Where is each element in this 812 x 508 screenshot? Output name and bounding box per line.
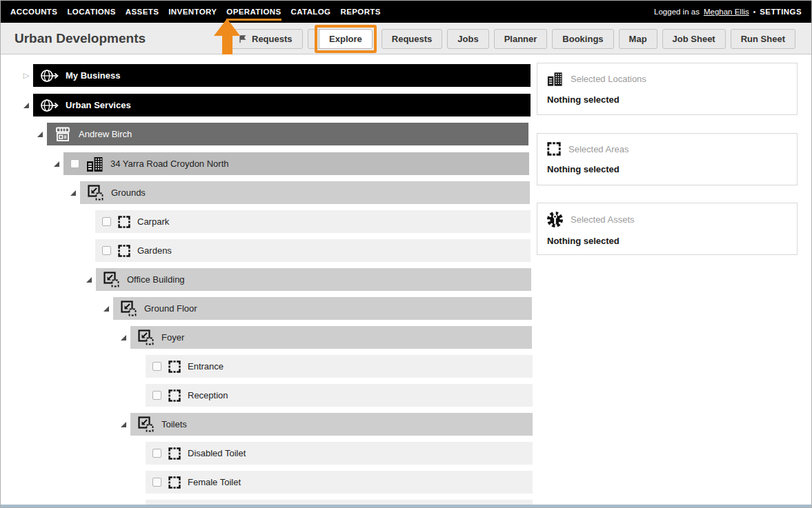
tree-row-location-yarra-road[interactable]: 34 Yarra Road Croydon North [52,152,529,175]
nav-item-reports[interactable]: REPORTS [340,3,380,21]
nav-item-assets[interactable]: ASSETS [126,3,159,21]
area-checkbox[interactable] [102,217,111,226]
tree-row-label: My Business [66,70,120,81]
selected-areas-card: Selected Areas Nothing selected [537,133,798,185]
tree-row-label: Urban Services [66,100,131,110]
tree-row-label: Gardens [137,245,172,256]
explore-highlight-box: Explore [315,25,377,53]
requests-button-label: Requests [252,34,293,44]
tree-row-label: 34 Yarra Road Croydon North [110,159,229,169]
tree-row-disabled-toilet[interactable]: Disabled Toilet [146,442,533,465]
tree-row-toilets[interactable]: Toilets [119,413,533,436]
tab-jobs[interactable]: Jobs [447,29,488,49]
nav-user-area: Logged in as Meghan Ellis • SETTINGS [654,8,802,16]
tree-row-label: Office Building [127,274,185,285]
area-icon [168,360,181,373]
expander-expanded-icon[interactable] [35,123,45,145]
location-checkbox[interactable] [70,159,79,168]
nav-item-catalog[interactable]: CATALOG [291,3,331,21]
area-icon [168,389,181,402]
tree-row-label: Carpark [137,216,169,227]
area-checkbox[interactable] [152,362,161,371]
tree-row-label: Grounds [111,187,146,198]
tree-row-office-building[interactable]: Office Building [84,268,531,291]
expander-expanded-icon[interactable] [84,268,94,291]
tree-row-foyer[interactable]: Foyer [119,326,532,349]
top-nav: ACCOUNTS LOCATIONS ASSETS INVENTORY OPER… [1,1,811,23]
tab-run-sheet[interactable]: Run Sheet [731,29,795,49]
area-group-icon [87,184,104,201]
tree-row-ground-floor[interactable]: Ground Floor [101,297,532,320]
expander-collapsed-icon[interactable]: ▷ [21,64,31,87]
separator-bullet: • [753,8,756,16]
tree-row-my-business[interactable]: ▷ My Business [21,64,531,87]
area-checkbox[interactable] [102,246,111,255]
page-title: Urban Developments [14,31,146,46]
tree-row-entrance[interactable]: Entrance [146,355,533,378]
expander-expanded-icon[interactable] [52,152,61,175]
tree-row-label: Foyer [161,332,184,343]
main-content: ▷ My Business Urban Services Andrew Birc… [1,54,811,506]
area-icon [118,216,130,228]
area-checkbox[interactable] [152,478,161,487]
expander-expanded-icon[interactable] [68,181,78,204]
tree-row-label: Female Toilet [188,477,241,487]
user-name-link[interactable]: Meghan Ellis [704,8,749,16]
area-icon [118,245,130,257]
card-title: Selected Locations [571,74,646,84]
nav-item-inventory[interactable]: INVENTORY [168,3,217,21]
globe-arrow-icon [40,98,59,113]
tab-bookings[interactable]: Bookings [552,29,613,49]
area-group-icon [137,416,155,433]
area-icon [168,476,181,489]
tab-explore[interactable]: Explore [319,29,373,49]
card-empty-state: Nothing selected [547,94,787,105]
annotation-arrow-up-icon [214,19,240,54]
tree-row-reception[interactable]: Reception [146,384,533,407]
tree-row-female-toilet[interactable]: Female Toilet [146,471,533,494]
card-title: Selected Areas [568,144,628,154]
tab-requests[interactable]: Requests [382,29,443,49]
tab-planner[interactable]: Planner [494,29,548,49]
app-window: { "topnav": { "items": [ { "label": "ACC… [0,0,812,508]
tab-job-sheet[interactable]: Job Sheet [662,29,726,49]
tree-row-gardens[interactable]: Gardens [95,239,531,262]
tree-row-label: Disabled Toilet [188,448,246,458]
tree-row-label: Ground Floor [144,303,197,314]
area-icon [168,447,181,460]
globe-arrow-icon [40,68,59,83]
nav-item-accounts[interactable]: ACCOUNTS [10,3,57,21]
card-empty-state: Nothing selected [547,164,787,174]
tree-row-andrew-birch[interactable]: Andrew Birch [35,123,528,145]
expander-expanded-icon[interactable] [21,94,31,116]
tree-row-label: Toilets [161,419,187,429]
area-group-icon [137,329,155,346]
selected-assets-card: Selected Assets Nothing selected [537,203,798,255]
area-group-icon [120,300,137,317]
tab-map[interactable]: Map [619,29,657,49]
bottom-scroll-edge [1,505,811,507]
logged-in-label: Logged in as [654,8,700,16]
tree-row-grounds[interactable]: Grounds [68,181,530,204]
selected-locations-card: Selected Locations Nothing selected [537,63,798,115]
view-tabs: Explore Requests Jobs Planner Bookings M… [315,23,795,54]
card-empty-state: Nothing selected [547,236,787,246]
shop-icon [54,126,72,143]
nav-item-locations[interactable]: LOCATIONS [67,3,115,21]
tree-row-label: Reception [188,390,228,400]
tree-row-label: Entrance [188,361,224,372]
area-checkbox[interactable] [152,391,161,400]
area-icon [547,142,561,156]
area-group-icon [103,271,120,288]
area-checkbox[interactable] [152,449,161,458]
expander-expanded-icon[interactable] [101,297,111,320]
tree-row-urban-services[interactable]: Urban Services [21,94,531,116]
buildings-icon [547,72,563,86]
expander-expanded-icon[interactable] [119,413,128,436]
tree-row-carpark[interactable]: Carpark [95,210,531,233]
gear-wrench-icon [547,212,563,227]
settings-link[interactable]: SETTINGS [760,8,802,16]
page-header: Urban Developments Requests Jobs Explore… [1,23,811,54]
buildings-icon [86,156,103,172]
expander-expanded-icon[interactable] [119,326,128,349]
